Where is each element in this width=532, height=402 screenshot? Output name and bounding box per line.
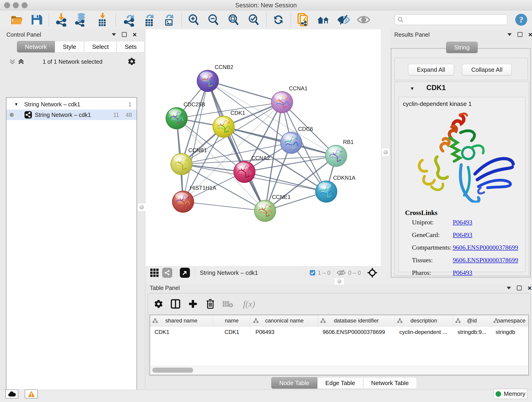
tab-style[interactable]: Style	[55, 41, 84, 52]
network-node-HIST1H1A[interactable]	[172, 191, 194, 213]
tab-select[interactable]: Select	[84, 41, 117, 52]
tab-network-table[interactable]: Network Table	[363, 377, 417, 389]
scrollbar-thumb[interactable]	[152, 368, 193, 373]
home-icon[interactable]	[316, 13, 330, 27]
section-collapse-icon[interactable]: ▼	[410, 86, 414, 91]
network-canvas[interactable]: CCNB2CCNA1CDC25BCDK1CDC6RB1CCNB1CCNA2CDK…	[145, 29, 381, 266]
zoom-selected-icon[interactable]	[247, 13, 261, 27]
tab-edge-table[interactable]: Edge Table	[317, 377, 363, 389]
panel-close-icon[interactable]: ×	[528, 286, 532, 290]
cloud-button[interactable]	[5, 389, 18, 399]
panel-close-icon[interactable]: ×	[528, 32, 532, 37]
network-node-CCNE1[interactable]	[254, 200, 276, 222]
column-header-namespace[interactable]: namespace	[491, 315, 529, 326]
crosslink-link[interactable]: P06493	[453, 219, 472, 226]
network-node-RB1[interactable]	[325, 145, 347, 167]
add-column-icon[interactable]	[186, 298, 199, 310]
network-node-CDK1[interactable]	[213, 116, 234, 138]
fit-selected-crosshair-icon[interactable]	[367, 268, 378, 278]
import-database-icon[interactable]	[74, 13, 88, 27]
title-bar: Session: New Session	[0, 0, 532, 10]
string-style-icon[interactable]	[162, 268, 172, 278]
table-settings-gear-icon[interactable]	[152, 298, 165, 310]
import-network-icon[interactable]	[55, 13, 69, 27]
zoom-fit-icon[interactable]	[226, 13, 241, 27]
network-node-CCNB2[interactable]	[197, 70, 219, 92]
column-header-database-identifier[interactable]: database identifier	[318, 315, 395, 326]
collection-expand-icon[interactable]: ▼	[14, 102, 18, 107]
network-collection-row[interactable]: ▼ String Network – cdk1 1	[6, 99, 137, 109]
open-in-browser-icon[interactable]	[296, 13, 310, 27]
collection-count: 1	[128, 101, 132, 108]
export-network-icon[interactable]	[122, 13, 137, 27]
export-table-icon[interactable]	[142, 13, 156, 27]
crosslink-link[interactable]: P06493	[453, 269, 472, 276]
column-header--id[interactable]: @id	[453, 315, 491, 326]
panel-menu-icon[interactable]	[507, 33, 512, 36]
panel-float-icon[interactable]	[518, 32, 522, 37]
zoom-in-icon[interactable]	[186, 13, 201, 27]
table-cell[interactable]: P06493	[251, 327, 318, 337]
hidden-eye-icon[interactable]	[336, 269, 346, 276]
table-horizontal-scrollbar[interactable]	[151, 366, 528, 374]
tab-node-table[interactable]: Node Table	[271, 377, 317, 389]
panel-menu-icon[interactable]	[507, 287, 511, 289]
delete-table-icon	[221, 298, 234, 310]
column-header-description[interactable]: description	[395, 315, 453, 326]
network-node-CCNA1[interactable]	[271, 91, 293, 113]
panel-float-icon[interactable]	[517, 286, 522, 290]
birds-eye-view-icon[interactable]	[150, 268, 159, 277]
crosslink-link[interactable]: 9606.ENSP00000378699	[453, 244, 518, 251]
panel-menu-icon[interactable]	[112, 33, 116, 36]
help-icon[interactable]: ?	[514, 13, 528, 27]
select-columns-icon[interactable]	[169, 298, 182, 310]
column-header-canonical-name[interactable]: canonical name	[251, 315, 318, 326]
gene-name: CDK1	[426, 84, 446, 92]
refresh-icon[interactable]	[271, 13, 285, 27]
collapse-all-button[interactable]: Collapse All	[462, 64, 512, 75]
table-cell[interactable]: CDK1	[150, 327, 213, 337]
external-window-icon[interactable]	[180, 268, 190, 278]
open-session-icon[interactable]	[10, 13, 24, 27]
save-session-icon[interactable]	[29, 13, 44, 27]
expand-all-button[interactable]: Expand All	[408, 64, 454, 75]
application-window: Session: New Session	[0, 0, 532, 402]
tab-sets[interactable]: Sets	[117, 41, 145, 52]
left-splitter-handle[interactable]	[138, 203, 146, 211]
eye-icon[interactable]	[356, 13, 371, 27]
horizontal-splitter-handle[interactable]	[334, 278, 345, 285]
table-cell[interactable]: 9606.ENSP00000378699	[318, 327, 395, 337]
network-node-CCNB1[interactable]	[171, 153, 192, 175]
import-table-icon[interactable]	[95, 13, 109, 27]
show-hide-icon[interactable]	[336, 13, 351, 27]
network-node-CDKN1A[interactable]	[315, 181, 337, 203]
expand-collapse-box: Expand All Collapse All	[394, 58, 528, 80]
network-options-gear-icon[interactable]	[127, 57, 136, 66]
table-cell[interactable]: CDK1	[213, 327, 251, 337]
table-cell[interactable]: cyclin-dependent ...	[395, 327, 453, 337]
panel-float-icon[interactable]	[122, 32, 127, 37]
network-node-CDC25B[interactable]	[166, 107, 188, 129]
table-cell[interactable]: stringdb	[491, 327, 529, 337]
gene-description: cyclin-dependent kinase 1	[403, 100, 472, 108]
tab-network[interactable]: Network	[17, 41, 55, 52]
column-header-shared-name[interactable]: shared name	[150, 315, 213, 326]
column-header-name[interactable]: name	[213, 315, 251, 326]
panel-close-icon[interactable]: ×	[133, 32, 137, 37]
table-cell[interactable]: stringdb:9...	[453, 327, 491, 337]
memory-button[interactable]: Memory	[494, 389, 527, 399]
export-image-icon[interactable]	[162, 13, 176, 27]
toolbar-separator	[291, 13, 291, 26]
right-splitter-handle[interactable]	[381, 148, 390, 156]
crosslink-link[interactable]: 9606.ENSP00000378699	[453, 256, 518, 264]
tab-string[interactable]: String	[446, 12, 478, 24]
network-row[interactable]: String Network – cdk1 11 48	[6, 109, 137, 120]
network-node-CDC6[interactable]	[280, 132, 302, 154]
crosslink-link[interactable]: P06493	[453, 231, 472, 239]
collection-label: String Network – cdk1	[24, 101, 80, 108]
selected-checkbox-icon[interactable]	[310, 270, 316, 276]
zoom-out-icon[interactable]	[206, 13, 220, 27]
warning-button[interactable]	[25, 389, 38, 399]
delete-column-icon[interactable]	[204, 298, 217, 310]
network-node-CCNA2[interactable]	[234, 161, 255, 183]
